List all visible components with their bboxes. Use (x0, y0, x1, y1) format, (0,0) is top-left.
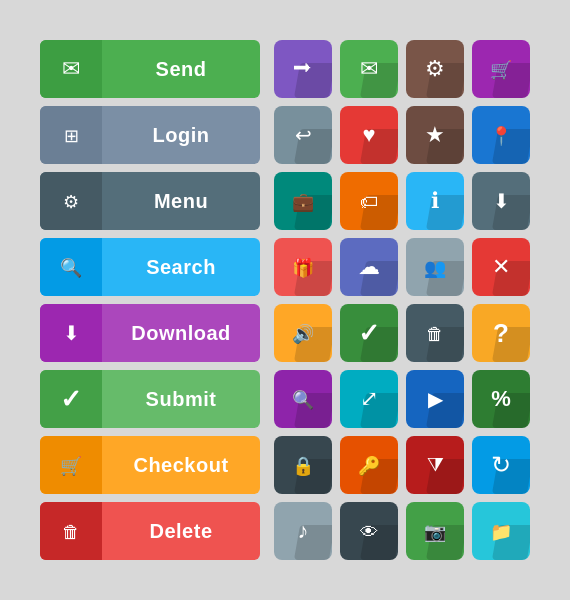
sliders-icon (427, 452, 444, 478)
icon-suitcase-8[interactable] (274, 172, 332, 230)
main-container: Send Login Menu Search Download Submit C… (22, 22, 548, 578)
icon-star-6[interactable] (406, 106, 464, 164)
download-icon (40, 304, 102, 362)
submit-label: Submit (102, 388, 260, 411)
eye-icon (360, 518, 378, 544)
icon-lock-24[interactable] (274, 436, 332, 494)
refresh-icon (491, 451, 511, 479)
mail-icon (360, 56, 378, 82)
btn-checkout[interactable]: Checkout (40, 436, 260, 494)
info-icon (431, 188, 439, 214)
delete-label: Delete (102, 520, 260, 543)
checkout-label: Checkout (102, 454, 260, 477)
users-icon (424, 254, 446, 280)
close-icon (492, 254, 510, 280)
delete-icon (40, 502, 102, 560)
folder-icon (490, 518, 512, 544)
download-label: Download (102, 322, 260, 345)
icon-speaker-16[interactable] (274, 304, 332, 362)
send-icon (40, 40, 102, 98)
btn-submit[interactable]: Submit (40, 370, 260, 428)
icon-down-arrow-11[interactable] (472, 172, 530, 230)
checkout-icon (40, 436, 102, 494)
btn-menu[interactable]: Menu (40, 172, 260, 230)
signin-icon (293, 56, 313, 82)
icon-refresh-27[interactable] (472, 436, 530, 494)
icon-upload-13[interactable] (340, 238, 398, 296)
speaker-icon (292, 320, 314, 346)
icon-trash-18[interactable] (406, 304, 464, 362)
key-icon (358, 452, 380, 478)
submit-icon (40, 370, 102, 428)
gear-icon (425, 56, 445, 82)
btn-send[interactable]: Send (40, 40, 260, 98)
menu-icon (40, 172, 102, 230)
suitcase-icon (292, 188, 314, 214)
icon-music-28[interactable] (274, 502, 332, 560)
icon-expand-21[interactable] (340, 370, 398, 428)
camera-icon (424, 518, 446, 544)
icon-help-19[interactable] (472, 304, 530, 362)
icon-play-22[interactable] (406, 370, 464, 428)
percent-icon (491, 386, 511, 412)
lock-icon (292, 452, 314, 478)
expand-icon (360, 386, 378, 412)
cart-icon (490, 56, 512, 82)
tag-icon (360, 188, 378, 214)
icon-heart-5[interactable] (340, 106, 398, 164)
search-icon (292, 386, 314, 412)
trash-icon (426, 320, 444, 346)
check-icon (358, 318, 380, 349)
music-icon (298, 518, 309, 544)
icon-check-17[interactable] (340, 304, 398, 362)
btn-login[interactable]: Login (40, 106, 260, 164)
icon-percent-23[interactable] (472, 370, 530, 428)
icon-pin-7[interactable] (472, 106, 530, 164)
icon-mail-1[interactable] (340, 40, 398, 98)
icon-key-25[interactable] (340, 436, 398, 494)
icon-folder-31[interactable] (472, 502, 530, 560)
icon-users-14[interactable] (406, 238, 464, 296)
login-icon (40, 106, 102, 164)
icon-tag-9[interactable] (340, 172, 398, 230)
btn-search[interactable]: Search (40, 238, 260, 296)
heart-icon (362, 122, 375, 148)
icon-gear-2[interactable] (406, 40, 464, 98)
menu-label: Menu (102, 190, 260, 213)
play-icon (428, 386, 443, 412)
icon-close-15[interactable] (472, 238, 530, 296)
gift-icon (292, 254, 314, 280)
send-label: Send (102, 58, 260, 81)
upload-icon (358, 254, 380, 280)
btn-delete[interactable]: Delete (40, 502, 260, 560)
icon-sliders-26[interactable] (406, 436, 464, 494)
search-icon (40, 238, 102, 296)
icon-info-10[interactable] (406, 172, 464, 230)
down-arrow-icon (493, 188, 510, 214)
star-icon (425, 122, 445, 148)
button-column: Send Login Menu Search Download Submit C… (40, 40, 260, 560)
icon-signin-0[interactable] (274, 40, 332, 98)
btn-download[interactable]: Download (40, 304, 260, 362)
icon-eye-29[interactable] (340, 502, 398, 560)
icon-cart-3[interactable] (472, 40, 530, 98)
search-label: Search (102, 256, 260, 279)
help-icon (493, 318, 509, 349)
back-icon (295, 122, 312, 148)
icon-back-4[interactable] (274, 106, 332, 164)
icon-gift-12[interactable] (274, 238, 332, 296)
pin-icon (490, 122, 512, 148)
icon-search-20[interactable] (274, 370, 332, 428)
icon-camera-30[interactable] (406, 502, 464, 560)
login-label: Login (102, 124, 260, 147)
icon-grid (274, 40, 530, 560)
